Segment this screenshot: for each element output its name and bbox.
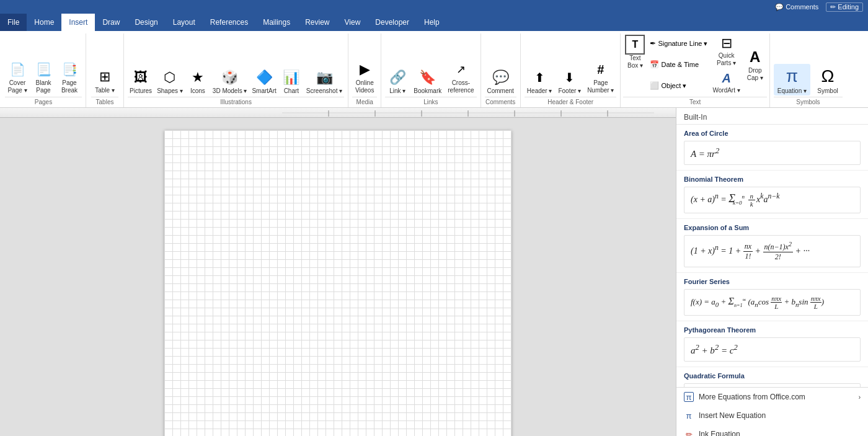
cover-page-icon: 📄 (7, 60, 27, 79)
tab-help[interactable]: Help (417, 14, 447, 31)
symbol-icon: Ω (817, 65, 839, 87)
equation-math-binomial-theorem: (x + a)n = Σk=0n n k xkan−k (691, 195, 779, 204)
drop-cap-button[interactable]: A DropCap ▾ (743, 46, 767, 83)
quick-parts-icon: ⊟ (717, 35, 737, 52)
link-icon: 🔗 (388, 68, 407, 87)
tab-home[interactable]: Home (27, 14, 61, 31)
category-title-area-of-circle: Area of Circle (676, 125, 868, 138)
category-quadratic-formula: Quadratic Formula x = −b ± √(b2−4ac) 2a (676, 367, 868, 387)
page-container (0, 118, 676, 436)
category-title-expansion-of-sum: Expansion of a Sum (676, 219, 868, 233)
comment-button[interactable]: 💬 Comment (485, 66, 516, 96)
ribbon-group-header-footer: ⬆ Header ▾ ⬇ Footer ▾ # PageNumber ▾ Hea… (521, 33, 621, 107)
tab-layout[interactable]: Layout (166, 14, 203, 31)
online-videos-button[interactable]: ▶ OnlineVideos (352, 58, 377, 96)
3d-models-button[interactable]: 🎲 3D Models ▾ (211, 66, 249, 96)
blank-page-button[interactable]: 📃 BlankPage (31, 58, 56, 96)
equation-math-pythagorean-theorem: a2 + b2 = c2 (691, 345, 738, 355)
ribbon-group-symbols: π Equation ▾ Ω Symbol Symbols (770, 33, 846, 107)
editing-button[interactable]: ✏ Editing (826, 2, 863, 12)
signature-line-button[interactable]: ✒ Signature Line ▾ (648, 38, 709, 48)
page-break-icon: 📑 (60, 60, 79, 79)
drop-cap-icon: A (745, 47, 765, 67)
ink-equation-button[interactable]: ✏ Ink Equation (676, 425, 868, 436)
insert-new-equation-button[interactable]: π Insert New Equation (676, 406, 868, 425)
ink-equation-icon: ✏ (684, 429, 694, 436)
ribbon-tabs: File Home Insert Draw Design Layout Refe… (0, 14, 868, 31)
category-title-binomial-theorem: Binomial Theorem (676, 171, 868, 184)
comments-button[interactable]: 💬 Comments (775, 3, 818, 11)
category-binomial-theorem: Binomial Theorem (x + a)n = Σk=0n n k xk… (676, 171, 868, 219)
symbol-button[interactable]: Ω Symbol (813, 64, 843, 96)
tab-draw[interactable]: Draw (95, 14, 127, 31)
tab-mailings[interactable]: Mailings (255, 14, 298, 31)
equation-math-area-of-circle: A = πr2 (691, 149, 719, 159)
shapes-button[interactable]: ⬡ Shapes ▾ (155, 66, 185, 96)
object-button[interactable]: ⬜ Object ▾ (648, 81, 709, 91)
more-equations-arrow: › (859, 394, 861, 401)
insert-new-equation-icon: π (684, 411, 694, 420)
equation-item-expansion-of-sum[interactable]: (1 + x)n = 1 + nx 1! + n(n−1)x2 2! + ··· (684, 235, 861, 267)
equation-item-binomial-theorem[interactable]: (x + a)n = Σk=0n n k xkan−k (684, 187, 861, 213)
bookmark-button[interactable]: 🔖 Bookmark (411, 66, 444, 96)
date-time-button[interactable]: 📅 Date & Time (648, 60, 709, 69)
ribbon-group-media: ▶ OnlineVideos Media (348, 33, 381, 107)
category-pythagorean-theorem: Pythagorean Theorem a2 + b2 = c2 (676, 321, 868, 367)
equation-button[interactable]: π Equation ▾ (774, 64, 810, 96)
equation-item-pythagorean-theorem[interactable]: a2 + b2 = c2 (684, 337, 861, 362)
link-button[interactable]: 🔗 Link ▾ (385, 66, 410, 96)
icons-button[interactable]: ★ Icons (186, 66, 210, 96)
equation-icon: π (781, 65, 803, 87)
blank-page-icon: 📃 (33, 60, 53, 79)
tab-developer[interactable]: Developer (368, 14, 417, 31)
page-number-icon: # (591, 60, 611, 79)
ribbon-group-links: 🔗 Link ▾ 🔖 Bookmark ↗ Cross-reference Li… (381, 33, 480, 107)
tab-view[interactable]: View (337, 14, 368, 31)
header-icon: ⬆ (529, 68, 549, 87)
header-button[interactable]: ⬆ Header ▾ (525, 66, 555, 96)
chart-icon: 📊 (281, 68, 301, 87)
more-equations-button[interactable]: π More Equations from Office.com › (676, 388, 868, 406)
page-grid (164, 130, 512, 436)
category-title-quadratic-formula: Quadratic Formula (676, 367, 868, 381)
quick-parts-button[interactable]: ⊟ QuickParts ▾ (711, 33, 742, 68)
title-bar: 💬 Comments ✏ Editing (0, 0, 868, 14)
pictures-button[interactable]: 🖼 Pictures (128, 66, 154, 96)
equation-item-area-of-circle[interactable]: A = πr2 (684, 141, 861, 165)
equation-math-expansion-of-sum: (1 + x)n = 1 + nx 1! + n(n−1)x2 2! + ··· (691, 246, 810, 256)
equation-item-fourier-series[interactable]: f(x) = a0 + Σn=1∞ (ancos nπx L + bnsin n… (684, 289, 861, 316)
footer-icon: ⬇ (560, 68, 580, 87)
smartart-icon: 🔷 (254, 68, 274, 87)
screenshot-button[interactable]: 📷 Screenshot ▾ (304, 66, 344, 96)
tab-design[interactable]: Design (127, 14, 165, 31)
text-box-button[interactable]: T TextBox ▾ (623, 33, 647, 96)
tab-references[interactable]: References (203, 14, 255, 31)
equations-scroll-area: Area of Circle A = πr2 Binomial Theorem … (676, 125, 868, 387)
category-fourier-series: Fourier Series f(x) = a0 + Σn=1∞ (ancos … (676, 273, 868, 321)
comment-icon: 💬 (490, 68, 510, 87)
footer-button[interactable]: ⬇ Footer ▾ (556, 66, 583, 96)
table-button[interactable]: ⊞ Table ▾ (91, 66, 118, 96)
ribbon-group-comments: 💬 Comment Comments (481, 33, 521, 107)
ribbon-group-illustrations: 🖼 Pictures ⬡ Shapes ▾ ★ Icons 🎲 3D Model… (124, 33, 348, 107)
category-area-of-circle: Area of Circle A = πr2 (676, 125, 868, 171)
cross-reference-button[interactable]: ↗ Cross-reference (445, 58, 476, 96)
cross-reference-icon: ↗ (451, 60, 471, 79)
page-number-button[interactable]: # PageNumber ▾ (585, 58, 616, 96)
wordart-button[interactable]: A WordArt ▾ (711, 68, 742, 96)
ribbon-group-tables: ⊞ Table ▾ Tables (86, 33, 124, 107)
bookmark-icon: 🔖 (418, 68, 438, 87)
tab-review[interactable]: Review (298, 14, 337, 31)
tab-insert[interactable]: Insert (61, 14, 95, 31)
more-equations-icon: π (684, 392, 694, 402)
tab-file[interactable]: File (0, 14, 27, 31)
document-area (0, 108, 676, 436)
equation-math-fourier-series: f(x) = a0 + Σn=1∞ (ancos nπx L + bnsin n… (691, 297, 824, 306)
smartart-button[interactable]: 🔷 SmartArt (250, 66, 278, 96)
screenshot-icon: 📷 (314, 68, 334, 87)
chart-button[interactable]: 📊 Chart (280, 66, 303, 96)
3d-models-icon: 🎲 (220, 68, 240, 87)
page-break-button[interactable]: 📑 PageBreak (57, 58, 82, 96)
cover-page-button[interactable]: 📄 CoverPage ▾ (5, 58, 30, 96)
ruler-svg (282, 108, 654, 117)
